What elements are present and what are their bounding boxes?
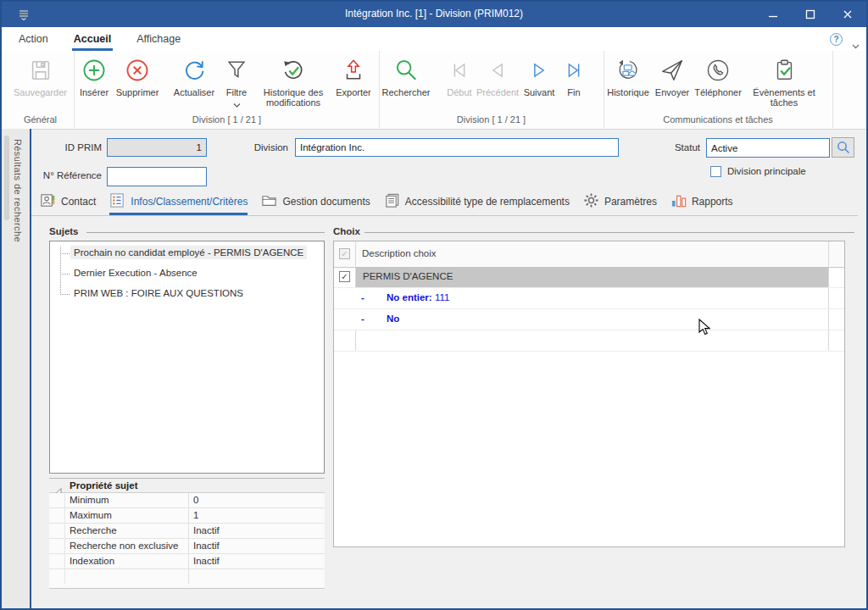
division-label: Division xyxy=(237,142,288,152)
mouse-cursor xyxy=(698,319,710,340)
nav-next-button[interactable]: Suivant xyxy=(520,53,559,97)
property-row[interactable]: RechercheInactif xyxy=(49,524,325,539)
panel-handle xyxy=(4,136,9,220)
division-field[interactable] xyxy=(295,138,619,157)
tab-rapports[interactable]: Rapports xyxy=(670,191,733,215)
nav-first-icon xyxy=(447,53,472,87)
property-row[interactable]: Recherche non exclusiveInactif xyxy=(49,539,325,554)
phone-icon xyxy=(705,53,731,87)
gear-icon xyxy=(583,192,599,211)
choix-detail-row[interactable]: - No xyxy=(334,308,844,330)
ribbon-tab-bar: Action Accueil Affichage ? xyxy=(2,27,866,51)
communications-history-button[interactable]: Historique xyxy=(604,53,653,97)
sujets-list[interactable]: Prochain no candidat employé - PERMIS D'… xyxy=(49,241,325,474)
choix-table-header[interactable]: ✓ Description choix xyxy=(334,241,844,268)
save-icon xyxy=(28,53,53,87)
filter-icon xyxy=(224,53,249,87)
row-separator xyxy=(334,308,844,309)
sujet-item[interactable]: Prochain no candidat employé - PERMIS D'… xyxy=(70,246,307,259)
close-button[interactable] xyxy=(829,2,866,27)
reference-field[interactable] xyxy=(107,167,207,186)
panel-label: Résultats de recherche xyxy=(13,139,23,242)
filter-button[interactable]: Filtre xyxy=(219,53,254,109)
minimize-button[interactable] xyxy=(754,2,792,27)
menu-tab-affichage[interactable]: Affichage xyxy=(135,27,182,51)
choix-detail-row[interactable]: - No entier: 111 xyxy=(334,287,844,308)
grid-divider xyxy=(64,493,65,584)
row-separator xyxy=(334,330,844,330)
sujet-item[interactable]: PRIM WEB : FOIRE AUX QUESTIONS xyxy=(70,286,247,300)
ribbon-group-label: Division [ 1 / 21 ] xyxy=(379,114,604,125)
row-checkbox-checked[interactable]: ✓ xyxy=(339,271,350,282)
search-results-panel-tab[interactable]: Résultats de recherche xyxy=(2,129,30,608)
tab-contact[interactable]: Contact xyxy=(40,191,96,215)
menu-tab-action[interactable]: Action xyxy=(17,27,50,51)
id-prim-field[interactable] xyxy=(107,138,207,157)
maximize-button[interactable] xyxy=(792,2,829,27)
refresh-icon xyxy=(181,53,207,87)
choix-row[interactable]: PERMIS D'AGENCE xyxy=(363,271,453,281)
help-icon[interactable]: ? xyxy=(830,33,843,46)
nav-last-button[interactable]: Fin xyxy=(559,53,589,97)
folder-icon xyxy=(261,192,277,211)
detail-label: No xyxy=(387,313,399,324)
title-bar: Intégration Inc. [1] - Division (PRIM012… xyxy=(2,2,866,27)
export-button[interactable]: Exporter xyxy=(332,53,375,97)
statut-lookup-button[interactable] xyxy=(832,137,854,158)
history-modifications-button[interactable]: Historique des modifications xyxy=(254,53,332,108)
send-button[interactable]: Envoyer xyxy=(653,53,692,97)
detail-label: No entier: xyxy=(387,292,432,302)
application-window: Intégration Inc. [1] - Division (PRIM012… xyxy=(0,0,868,610)
id-prim-label: ID PRIM xyxy=(32,142,102,152)
propriete-sujet-grid: Minimum0 Maximum1 RechercheInactif Reche… xyxy=(49,493,325,589)
choix-group-title: Choix xyxy=(333,226,360,236)
insert-button[interactable]: Insérer xyxy=(75,53,114,97)
tree-connector xyxy=(60,274,70,274)
ribbon: Sauvegarder Général Insérer Supprimer xyxy=(2,51,866,130)
sujet-item[interactable]: Dernier Execution - Absence xyxy=(70,266,201,280)
refresh-button[interactable]: Actualiser xyxy=(170,53,219,97)
tab-accessibilite-remplacements[interactable]: Accessibilité type de remplacements xyxy=(384,191,570,215)
column-header: Description choix xyxy=(362,248,437,258)
ribbon-group-label: Division [ 1 / 21 ] xyxy=(75,114,379,125)
history-modifications-icon xyxy=(281,53,306,87)
tab-gestion-documents[interactable]: Gestion documents xyxy=(261,191,370,215)
choix-table: ✓ Description choix ✓ PERMIS D'AGENCE - … xyxy=(333,241,845,547)
column-divider xyxy=(355,330,356,351)
division-principale-checkbox[interactable] xyxy=(710,166,721,177)
menu-tab-accueil[interactable]: Accueil xyxy=(72,27,113,51)
row-separator xyxy=(334,287,844,288)
nav-next-icon xyxy=(526,53,552,87)
tree-connector xyxy=(60,253,70,254)
sujets-group-line xyxy=(86,232,325,233)
window-title: Intégration Inc. [1] - Division (PRIM012… xyxy=(2,8,866,19)
tab-infos-classement-criteres[interactable]: Infos/Classement/Critères xyxy=(109,191,248,215)
ribbon-group-general: Sauvegarder Général xyxy=(7,51,75,128)
property-row[interactable]: Minimum0 xyxy=(49,493,325,508)
division-principale-label: Division principale xyxy=(727,166,806,176)
propriete-sujet-header[interactable]: Propriété sujet xyxy=(49,478,325,493)
nav-previous-button: Précédent xyxy=(476,53,520,97)
property-row[interactable]: Maximum1 xyxy=(49,508,325,524)
search-icon xyxy=(837,141,850,154)
tabstrip-divider xyxy=(31,215,858,216)
reference-label: N° Référence xyxy=(19,170,102,180)
contact-icon xyxy=(40,192,56,211)
nav-previous-icon xyxy=(485,53,510,87)
sujets-group-title: Sujets xyxy=(49,226,79,236)
statut-label: Statut xyxy=(643,142,700,152)
delete-button[interactable]: Supprimer xyxy=(114,53,161,97)
search-button[interactable]: Rechercher xyxy=(379,53,433,97)
ribbon-group-label: Général xyxy=(7,114,74,125)
events-tasks-button[interactable]: Évènements et tâches xyxy=(753,53,815,108)
statut-field[interactable] xyxy=(706,138,830,158)
tab-parametres[interactable]: Paramètres xyxy=(583,191,657,215)
tree-connector xyxy=(60,294,70,295)
header-checkbox[interactable]: ✓ xyxy=(339,248,350,259)
phone-button[interactable]: Téléphoner xyxy=(692,53,744,97)
row-separator xyxy=(334,351,844,352)
choix-group-line xyxy=(364,232,854,233)
property-row[interactable]: IndexationInactif xyxy=(49,554,325,569)
list-icon xyxy=(109,192,125,211)
communications-history-icon xyxy=(615,53,641,87)
